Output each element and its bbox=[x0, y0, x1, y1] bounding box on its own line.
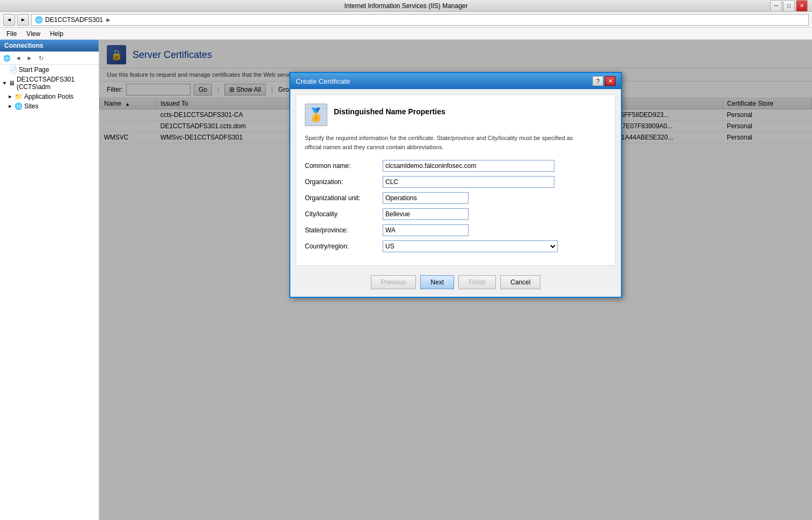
pools-icon: 📁 bbox=[14, 93, 23, 100]
input-state[interactable] bbox=[383, 224, 469, 236]
menu-file[interactable]: File bbox=[2, 29, 21, 39]
forward-button[interactable]: ► bbox=[17, 14, 29, 26]
sidebar-header: Connections bbox=[0, 40, 99, 52]
path-separator: ► bbox=[105, 16, 112, 24]
titlebar: Internet Information Services (IIS) Mana… bbox=[0, 0, 812, 12]
dialog-close-button[interactable]: ✕ bbox=[605, 76, 616, 86]
input-city[interactable] bbox=[383, 208, 469, 220]
label-country: Country/region: bbox=[305, 243, 383, 250]
addressbar: ◄ ► 🌐 DE1CCTSADFS301 ► bbox=[0, 12, 812, 28]
menubar: File View Help bbox=[0, 28, 812, 40]
form-row-common-name: Common name: bbox=[305, 160, 606, 172]
input-org-unit[interactable] bbox=[383, 192, 469, 204]
certificate-icon: 🏅 bbox=[305, 104, 327, 126]
cancel-button[interactable]: Cancel bbox=[500, 275, 540, 289]
maximize-button[interactable]: □ bbox=[783, 0, 795, 12]
sidebar-toolbar: 🌐 ◄ ► ↻ bbox=[0, 52, 99, 65]
input-common-name[interactable] bbox=[383, 160, 554, 172]
globe-icon[interactable]: 🌐 bbox=[2, 53, 12, 63]
back-nav-icon[interactable]: ◄ bbox=[13, 53, 23, 63]
label-city: City/locality bbox=[305, 210, 383, 218]
dialog-titlebar: Create Certificate ? ✕ bbox=[290, 73, 621, 89]
expand-icon: ► bbox=[8, 94, 13, 99]
label-org-unit: Organizational unit: bbox=[305, 194, 383, 202]
menu-help[interactable]: Help bbox=[46, 29, 68, 39]
sidebar: Connections 🌐 ◄ ► ↻ 📄 Start Page ▼ 🖥 DE1… bbox=[0, 40, 99, 520]
label-state: State/province: bbox=[305, 226, 383, 234]
dialog-overlay: Create Certificate ? ✕ 🏅 Distinguished N… bbox=[99, 40, 812, 520]
form-row-organization: Organization: bbox=[305, 176, 606, 188]
label-organization: Organization: bbox=[305, 178, 383, 186]
sidebar-item-label: DE1CCTSADFS301 (CCTS\adm bbox=[17, 76, 97, 91]
sidebar-item-server[interactable]: ▼ 🖥 DE1CCTSADFS301 (CCTS\adm bbox=[0, 75, 99, 92]
back-button[interactable]: ◄ bbox=[3, 14, 15, 26]
path-node: DE1CCTSADFS301 bbox=[45, 16, 103, 24]
refresh-icon[interactable]: ↻ bbox=[36, 53, 46, 63]
sidebar-item-startpage[interactable]: 📄 Start Page bbox=[0, 65, 99, 75]
sidebar-item-label: Start Page bbox=[19, 66, 49, 74]
dialog-description: Specify the required information for the… bbox=[305, 134, 606, 151]
sidebar-item-label: Application Pools bbox=[24, 93, 74, 100]
dialog-title: Create Certificate bbox=[296, 77, 350, 85]
next-button[interactable]: Next bbox=[420, 275, 454, 289]
form-row-state: State/province: bbox=[305, 224, 606, 236]
dialog-body: 🏅 Distinguished Name Properties Specify … bbox=[296, 94, 616, 266]
sidebar-item-sites[interactable]: ► 🌐 Sites bbox=[0, 101, 99, 111]
create-certificate-dialog: Create Certificate ? ✕ 🏅 Distinguished N… bbox=[289, 72, 622, 298]
sidebar-item-apppools[interactable]: ► 📁 Application Pools bbox=[0, 92, 99, 101]
form-row-org-unit: Organizational unit: bbox=[305, 192, 606, 204]
select-country[interactable]: US CA GB DE bbox=[383, 240, 558, 252]
previous-button[interactable]: Previous bbox=[371, 275, 416, 289]
address-path[interactable]: 🌐 DE1CCTSADFS301 ► bbox=[31, 14, 809, 26]
form-row-country: Country/region: US CA GB DE bbox=[305, 240, 606, 252]
minimize-button[interactable]: ─ bbox=[770, 0, 782, 12]
titlebar-text: Internet Information Services (IIS) Mana… bbox=[344, 2, 467, 10]
dialog-footer: Previous Next Finish Cancel bbox=[290, 271, 621, 297]
dialog-help-button[interactable]: ? bbox=[592, 76, 603, 86]
input-organization[interactable] bbox=[383, 176, 554, 188]
expand-icon: ▼ bbox=[2, 80, 7, 86]
dialog-icon-row: 🏅 Distinguished Name Properties bbox=[305, 104, 606, 126]
sites-icon: 🌐 bbox=[14, 102, 23, 110]
dialog-title-buttons: ? ✕ bbox=[592, 76, 616, 86]
globe-icon: 🌐 bbox=[35, 16, 43, 24]
page-icon: 📄 bbox=[9, 66, 17, 74]
menu-view[interactable]: View bbox=[22, 29, 45, 39]
main-layout: Connections 🌐 ◄ ► ↻ 📄 Start Page ▼ 🖥 DE1… bbox=[0, 40, 812, 520]
label-common-name: Common name: bbox=[305, 162, 383, 170]
forward-nav-icon[interactable]: ► bbox=[25, 53, 34, 63]
expand-icon bbox=[2, 67, 8, 72]
content-area: 🔒 Server Certificates Use this feature t… bbox=[99, 40, 812, 520]
form-row-city: City/locality bbox=[305, 208, 606, 220]
sidebar-item-label: Sites bbox=[24, 102, 39, 110]
close-window-button[interactable]: ✕ bbox=[796, 0, 808, 12]
server-icon: 🖥 bbox=[9, 79, 15, 87]
finish-button[interactable]: Finish bbox=[458, 275, 496, 289]
expand-icon: ► bbox=[8, 104, 13, 109]
dialog-section-title: Distinguished Name Properties bbox=[334, 107, 445, 116]
